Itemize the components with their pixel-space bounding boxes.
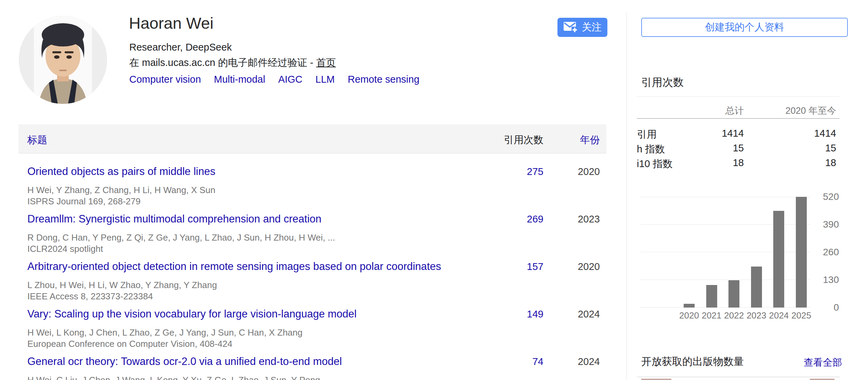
publication-authors: H Wei, L Kong, J Chen, L Zhao, Z Ge, J Y… — [27, 327, 303, 338]
chart-gridline — [640, 280, 810, 280]
stats-header-underline — [637, 118, 840, 119]
publication-title-link[interactable]: Oriented objects as pairs of middle line… — [27, 165, 215, 178]
cited-by-count-link[interactable]: 269 — [527, 214, 543, 225]
publication-authors: H Wei, Y Zhang, Z Chang, H Li, H Wang, X… — [27, 185, 215, 195]
stat-label: i10 指数 — [637, 157, 673, 171]
x-tick-label: 2025 — [788, 310, 815, 321]
publication-year: 2024 — [578, 356, 600, 367]
y-tick-label: 130 — [812, 274, 839, 285]
chart-gridline — [640, 252, 810, 252]
avatar[interactable] — [19, 16, 107, 104]
table-row: Oriented objects as pairs of middle line… — [18, 153, 606, 201]
view-all-link[interactable]: 查看全部 — [804, 356, 842, 369]
chart-bar[interactable] — [751, 267, 762, 308]
stat-value-all: 18 — [733, 157, 744, 168]
stat-value-all: 15 — [733, 142, 744, 154]
stat-value-since: 15 — [825, 142, 836, 154]
y-tick-label: 390 — [812, 219, 839, 230]
interest-link[interactable]: LLM — [315, 74, 334, 85]
cutoff-row-text — [810, 379, 834, 380]
chart-gridline — [640, 224, 810, 225]
cited-by-count-link[interactable]: 74 — [532, 356, 543, 367]
avatar-photo — [19, 16, 107, 104]
header-cited-by[interactable]: 引用次数 — [504, 133, 543, 147]
table-row: Vary: Scaling up the vision vocabulary f… — [18, 296, 606, 343]
stats-col-all: 总计 — [725, 105, 744, 117]
column-divider — [627, 12, 627, 380]
publication-title-link[interactable]: Arbitrary-oriented object detection in r… — [27, 260, 441, 273]
stat-label: 引用 — [637, 128, 657, 141]
chart-bar[interactable] — [796, 197, 807, 308]
table-row: General ocr theory: Towards ocr-2.0 via … — [18, 343, 606, 380]
chart-gridline — [640, 197, 810, 197]
interest-link[interactable]: AIGC — [278, 74, 302, 85]
publication-year: 2020 — [578, 261, 600, 272]
table-row: Dreamllm: Synergistic multimodal compreh… — [18, 201, 606, 248]
citation-stats: 总计 2020 年至今 引用14141414h 指数1515i10 指数1818 — [637, 96, 840, 168]
publications-table-header: 标题 引用次数 年份 — [18, 124, 606, 153]
chart-gridline — [640, 307, 810, 308]
y-tick-label: 520 — [812, 191, 839, 202]
stat-row: h 指数1515 — [637, 142, 840, 156]
y-tick-label: 0 — [812, 302, 839, 313]
header-year[interactable]: 年份 — [580, 133, 600, 147]
cited-by-heading[interactable]: 引用次数 — [641, 75, 684, 90]
header-title[interactable]: 标题 — [27, 133, 47, 147]
stat-row: i10 指数1818 — [637, 157, 840, 171]
open-access-heading: 开放获取的出版物数量 — [641, 355, 744, 369]
follow-mail-icon — [563, 21, 578, 34]
interest-link[interactable]: Remote sensing — [348, 74, 420, 85]
scholar-profile-page: Haoran Wei Researcher, DeepSeek 在 mails.… — [0, 0, 868, 380]
chart-bar[interactable] — [773, 211, 784, 308]
profile-email-verified: 在 mails.ucas.ac.cn 的电子邮件经过验证 - 首页 — [129, 56, 336, 70]
publication-title-link[interactable]: General ocr theory: Towards ocr-2.0 via … — [27, 355, 342, 368]
stat-value-since: 18 — [825, 157, 836, 168]
stats-col-since: 2020 年至今 — [785, 105, 836, 117]
publication-year: 2020 — [578, 166, 600, 177]
homepage-link[interactable]: 首页 — [316, 57, 336, 68]
publication-authors: L Zhou, H Wei, H Li, W Zhao, Y Zhang, Y … — [27, 280, 217, 290]
cited-by-count-link[interactable]: 149 — [527, 309, 543, 320]
stat-value-since: 1414 — [814, 128, 836, 139]
citations-chart: 0130260390520202020212022202320242025 — [640, 197, 810, 308]
publication-title-link[interactable]: Dreamllm: Synergistic multimodal compreh… — [27, 213, 321, 225]
publication-authors: R Dong, C Han, Y Peng, Z Qi, Z Ge, J Yan… — [27, 232, 335, 243]
stat-label: h 指数 — [637, 142, 665, 156]
publication-authors: H Wei, C Liu, J Chen, J Wang, L Kong, Y … — [27, 375, 332, 380]
stats-top-border — [637, 96, 840, 97]
follow-button-label: 关注 — [582, 21, 602, 34]
create-profile-button[interactable]: 创建我的个人资料 — [641, 18, 848, 37]
publications-rows: Oriented objects as pairs of middle line… — [18, 153, 606, 380]
profile-affiliation: Researcher, DeepSeek — [129, 42, 232, 53]
stat-value-all: 1414 — [722, 128, 744, 139]
interest-link[interactable]: Computer vision — [129, 74, 201, 85]
stat-row: 引用14141414 — [637, 128, 840, 141]
publication-title-link[interactable]: Vary: Scaling up the vision vocabulary f… — [27, 308, 357, 320]
cutoff-row-text — [641, 379, 671, 380]
chart-bar[interactable] — [706, 285, 717, 308]
chart-bar[interactable] — [728, 280, 739, 308]
profile-interests: Computer visionMulti-modalAIGCLLMRemote … — [129, 74, 432, 85]
cited-by-count-link[interactable]: 157 — [527, 261, 543, 272]
chart-bar[interactable] — [684, 304, 695, 308]
profile-name: Haoran Wei — [129, 14, 213, 32]
y-tick-label: 260 — [812, 247, 839, 258]
table-row: Arbitrary-oriented object detection in r… — [18, 248, 606, 296]
publication-year: 2024 — [578, 309, 600, 320]
publication-year: 2023 — [578, 214, 600, 225]
open-access-divider — [637, 377, 840, 377]
follow-button[interactable]: 关注 — [557, 18, 607, 37]
interest-link[interactable]: Multi-modal — [214, 74, 265, 85]
cited-by-count-link[interactable]: 275 — [527, 166, 543, 177]
email-verified-text: 在 mails.ucas.ac.cn 的电子邮件经过验证 - — [129, 57, 316, 68]
